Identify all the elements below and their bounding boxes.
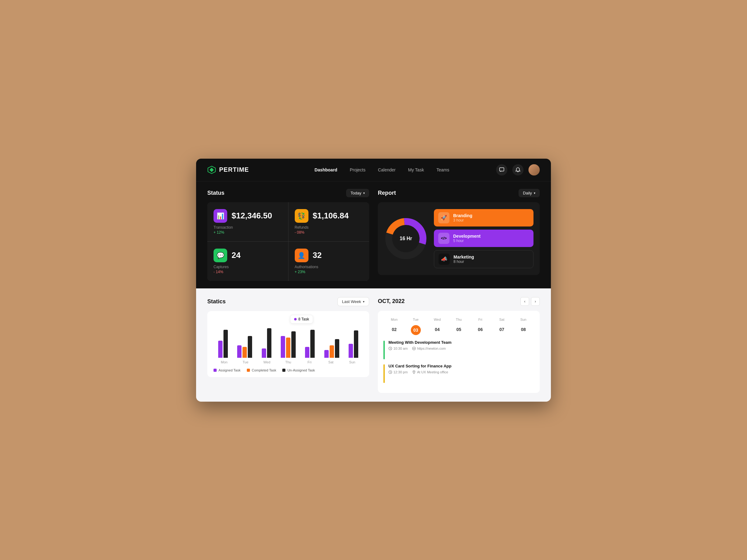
cal-date-06[interactable]: 06 [470, 325, 491, 335]
status-section: Status Today 📊 $12,346.50 Transaction + … [207, 189, 369, 281]
event-2-title: UX Card Sorting for Finance App [388, 364, 451, 368]
nav-right [496, 164, 540, 176]
branding-icon: 🚀 [438, 212, 449, 223]
bar-dark-sun [354, 330, 358, 358]
report-header: Report Daily [378, 189, 540, 197]
donut-chart: 16 Hr [384, 217, 428, 260]
status-grid: 📊 $12,346.50 Transaction + 12% 💱 $1,106.… [207, 202, 369, 281]
cal-day-name-wed: Wed [427, 316, 448, 323]
cal-date-04[interactable]: 04 [427, 325, 448, 335]
bar-group-mon [218, 330, 228, 358]
auth-change: + 23% [295, 270, 363, 274]
navbar: PERTIME Dashboard Projects Calender My T… [196, 159, 551, 181]
bar-orange-sat [330, 345, 334, 358]
bar-purple-mon [218, 341, 223, 358]
report-filter[interactable]: Daily [518, 189, 540, 197]
event-2-time: 12:30 pm [388, 370, 408, 374]
bar-orange-tue [242, 347, 247, 358]
bar-group-fri [305, 330, 315, 358]
svg-point-9 [414, 371, 414, 372]
unassigned-label: Un-Assigned Task [287, 368, 315, 372]
cal-date-03[interactable]: 03 [411, 325, 421, 335]
bar-purple-fri [305, 347, 309, 358]
calendar-section: OCT, 2022 ‹ › MonTueWedThuFriSatSun 0203… [378, 297, 540, 393]
event-1-content: Meeting With Development Team 10:30 am h… [388, 340, 452, 350]
cal-top-header: OCT, 2022 ‹ › [378, 297, 540, 306]
logo-text: PERTIME [219, 166, 249, 173]
cal-date-05[interactable]: 05 [448, 325, 469, 335]
dev-hours: 5 hour [453, 239, 481, 243]
statics-filter[interactable]: Last Week [337, 297, 369, 306]
bar-purple-tue [237, 345, 241, 358]
captures-change: - 14% [213, 270, 282, 274]
dashboard-row: Status Today 📊 $12,346.50 Transaction + … [196, 181, 551, 288]
bar-dark-wed [267, 328, 272, 358]
branding-info: Branding 3 hour [453, 213, 472, 222]
legend-unassigned: Un-Assigned Task [282, 368, 315, 372]
svg-marker-1 [209, 168, 214, 172]
cal-date-07[interactable]: 07 [491, 325, 513, 335]
event-1: Meeting With Development Team 10:30 am h… [383, 340, 534, 359]
bar-dark-tue [248, 336, 252, 358]
stat-card-refunds: 💱 $1,106.84 Refunds - 08% [288, 202, 369, 241]
event-bar-green [383, 341, 385, 359]
bar-label-tue: Tue [238, 360, 252, 364]
dev-name: Development [453, 234, 481, 239]
bar-group-tue [237, 336, 252, 358]
transaction-value: $12,346.50 [232, 211, 272, 220]
assigned-label: Assigned Task [218, 368, 240, 372]
event-2-meta: 12:30 pm At UX Meeting office [388, 370, 451, 374]
nav-teams[interactable]: Teams [436, 167, 449, 172]
bottom-section: Statics Last Week 8 Task MonTueWedThuFri… [196, 288, 551, 402]
bar-dark-fri [310, 330, 315, 358]
bar-chart: 8 Task MonTueWedThuFriSatSun Assigned Ta… [207, 311, 369, 377]
logo-icon [207, 165, 216, 174]
captures-label: Captures [213, 265, 282, 269]
bar-label-sat: Sat [324, 360, 338, 364]
bell-button[interactable] [512, 164, 523, 176]
calendar-card: MonTueWedThuFriSatSun 02030405060708 Mee… [378, 311, 540, 393]
legend-marketing: 📣 Marketing 8 hour [434, 250, 534, 268]
nav-projects[interactable]: Projects [350, 167, 366, 172]
svg-rect-2 [499, 168, 504, 171]
marketing-hours: 8 hour [454, 260, 474, 264]
nav-calender[interactable]: Calender [378, 167, 395, 172]
cal-prev-button[interactable]: ‹ [520, 297, 529, 306]
donut-center: 16 Hr [400, 236, 412, 241]
completed-label: Completed Task [252, 368, 276, 372]
report-card: 16 Hr 🚀 Branding 3 hour [378, 202, 540, 275]
cal-day-name-sun: Sun [513, 316, 534, 323]
event-2-content: UX Card Sorting for Finance App 12:30 pm… [388, 364, 451, 374]
user-avatar[interactable] [529, 164, 540, 176]
cal-date-08[interactable]: 08 [513, 325, 534, 335]
chat-button[interactable] [496, 164, 507, 176]
captures-value: 24 [232, 250, 240, 260]
cal-month-title: OCT, 2022 [378, 298, 405, 304]
dev-info: Development 5 hour [453, 234, 481, 243]
bars-container [212, 317, 364, 358]
refunds-value: $1,106.84 [313, 211, 349, 220]
legend-branding: 🚀 Branding 3 hour [434, 209, 534, 226]
event-2-location: At UX Meeting office [412, 370, 448, 374]
marketing-name: Marketing [454, 255, 474, 260]
transaction-change: + 12% [213, 230, 282, 235]
event-1-title: Meeting With Development Team [388, 340, 452, 345]
top-section: PERTIME Dashboard Projects Calender My T… [196, 159, 551, 288]
cal-days-header: MonTueWedThuFriSatSun [383, 316, 534, 323]
legend-assigned: Assigned Task [213, 368, 240, 372]
refunds-label: Refunds [295, 225, 363, 230]
cal-next-button[interactable]: › [531, 297, 540, 306]
status-filter[interactable]: Today [346, 189, 369, 197]
stat-card-top: 👤 32 [295, 248, 363, 262]
bar-group-wed [262, 328, 272, 358]
branding-name: Branding [453, 213, 472, 218]
bar-label-mon: Mon [217, 360, 231, 364]
completed-dot [247, 369, 250, 372]
cal-date-02[interactable]: 02 [383, 325, 405, 335]
bar-label-fri: Fri [303, 360, 316, 364]
branding-hours: 3 hour [453, 218, 472, 222]
nav-dashboard[interactable]: Dashboard [315, 167, 337, 172]
nav-mytask[interactable]: My Task [408, 167, 424, 172]
stat-card-top: 💱 $1,106.84 [295, 209, 363, 223]
nav-links: Dashboard Projects Calender My Task Team… [268, 167, 496, 172]
